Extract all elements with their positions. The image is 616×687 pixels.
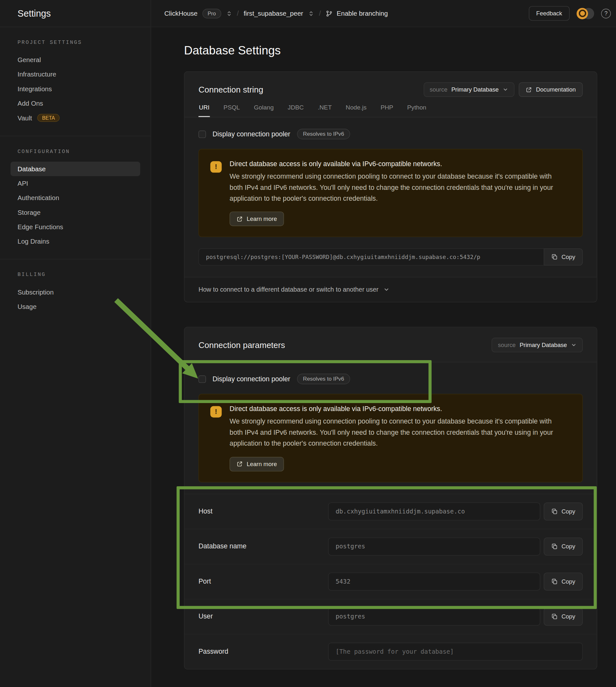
breadcrumb-separator: / (319, 9, 321, 17)
org-name[interactable]: ClickHouse (164, 9, 198, 17)
tab-python[interactable]: Python (406, 104, 426, 117)
org-avatar-icon (577, 8, 588, 19)
learn-more-button[interactable]: Learn more (229, 457, 284, 471)
connect-help-label: How to connect to a different database o… (198, 286, 378, 293)
connection-string-body: Display connection pooler Resolves to IP… (184, 117, 597, 277)
section-configuration: CONFIGURATION Database API Authenticatio… (0, 136, 151, 259)
connection-uri-input[interactable] (198, 248, 544, 265)
topbar-right: Feedback ? (529, 6, 611, 21)
pooler-row: Display connection pooler Resolves to IP… (198, 129, 583, 139)
copy-uri-button[interactable]: Copy (544, 248, 583, 265)
password-label: Password (198, 648, 328, 656)
connect-help-toggle[interactable]: How to connect to a different database o… (198, 286, 389, 293)
sidebar-item-vault[interactable]: Vault BETA (10, 110, 140, 126)
copy-database-name-button[interactable]: Copy (544, 537, 583, 555)
section-label-project-settings: PROJECT SETTINGS (10, 36, 140, 52)
copy-user-button[interactable]: Copy (544, 607, 583, 625)
connection-string-footer: How to connect to a different database o… (184, 277, 597, 302)
database-name-input[interactable] (328, 537, 541, 555)
sidebar-item-database[interactable]: Database (10, 162, 140, 176)
enable-branching-button[interactable]: Enable branching (326, 9, 388, 17)
sidebar-item-integrations[interactable]: Integrations (10, 82, 140, 96)
section-project-settings: PROJECT SETTINGS General Infrastructure … (0, 27, 151, 136)
sidebar-item-log-drains[interactable]: Log Drains (10, 234, 140, 248)
copy-port-button[interactable]: Copy (544, 572, 583, 590)
copy-icon (551, 578, 558, 585)
section-label-billing: BILLING (10, 268, 140, 285)
port-row: Port Copy (184, 564, 597, 599)
source-select[interactable]: source Primary Database (423, 82, 514, 97)
port-input[interactable] (328, 572, 541, 590)
chevron-down-icon (383, 287, 389, 293)
host-row: Host Copy (184, 494, 597, 529)
sidebar-item-infrastructure[interactable]: Infrastructure (10, 67, 140, 81)
sidebar-item-subscription[interactable]: Subscription (10, 285, 140, 299)
sidebar-item-edge-functions[interactable]: Edge Functions (10, 220, 140, 234)
avatar[interactable] (577, 8, 594, 19)
user-input[interactable] (328, 607, 541, 625)
external-link-icon (526, 86, 532, 92)
source-select-label: source (498, 342, 515, 349)
sidebar-item-add-ons[interactable]: Add Ons (10, 96, 140, 110)
sidebar-item-authentication[interactable]: Authentication (10, 191, 140, 205)
sidebar-item-general[interactable]: General (10, 52, 140, 67)
password-input[interactable] (328, 643, 583, 660)
tab-php[interactable]: PHP (380, 104, 394, 117)
connection-parameters-body: Display connection pooler Resolves to IP… (184, 362, 597, 494)
sidebar-item-api[interactable]: API (10, 176, 140, 191)
warning-content: Direct database access is only available… (229, 405, 563, 471)
password-row: Password (184, 634, 597, 669)
tab-dotnet[interactable]: .NET (317, 104, 332, 117)
tab-uri[interactable]: URI (198, 104, 210, 117)
copy-label: Copy (562, 613, 575, 620)
sidebar-item-storage[interactable]: Storage (10, 205, 140, 219)
learn-more-label: Learn more (246, 216, 277, 222)
connection-string-actions: source Primary Database Documentation (423, 82, 583, 97)
app-window: Settings PROJECT SETTINGS General Infras… (0, 0, 616, 687)
connection-uri-row: Copy (198, 248, 583, 265)
warning-title: Direct database access is only available… (229, 405, 563, 413)
sidebar-item-usage[interactable]: Usage (10, 299, 140, 314)
ipv6-badge: Resolves to IPv6 (297, 374, 350, 384)
pooler-label: Display connection pooler (213, 130, 290, 138)
feedback-button[interactable]: Feedback (529, 6, 570, 21)
chevron-down-icon (503, 87, 508, 92)
sidebar-item-vault-label: Vault (18, 114, 32, 121)
ipv6-warning-panel: ! Direct database access is only availab… (198, 394, 583, 483)
warning-body: We strongly recommend using connection p… (229, 171, 563, 204)
connection-parameters-title: Connection parameters (198, 340, 285, 350)
source-select[interactable]: source Primary Database (492, 338, 583, 352)
documentation-button[interactable]: Documentation (519, 82, 583, 97)
sidebar-nav: PROJECT SETTINGS General Infrastructure … (0, 27, 151, 324)
sidebar-title: Settings (18, 8, 51, 19)
source-select-label: source (430, 86, 447, 93)
copy-icon (551, 543, 558, 550)
plan-badge: Pro (202, 9, 221, 18)
org-selector-icon[interactable] (226, 10, 232, 16)
display-connection-pooler-checkbox[interactable] (198, 376, 206, 383)
copy-label: Copy (562, 254, 575, 261)
page-title: Database Settings (184, 44, 597, 57)
project-selector-icon[interactable] (308, 10, 314, 16)
tab-jdbc[interactable]: JDBC (287, 104, 304, 117)
help-icon[interactable]: ? (601, 9, 611, 18)
tab-golang[interactable]: Golang (254, 104, 274, 117)
external-link-icon (237, 216, 243, 222)
page-content: Database Settings Connection string sour… (151, 27, 616, 687)
tab-psql[interactable]: PSQL (223, 104, 240, 117)
host-input[interactable] (328, 502, 541, 520)
external-link-icon (237, 461, 243, 467)
copy-host-button[interactable]: Copy (544, 502, 583, 520)
connection-parameters-header: Connection parameters source Primary Dat… (184, 328, 597, 362)
learn-more-button[interactable]: Learn more (229, 212, 284, 226)
port-label: Port (198, 577, 328, 585)
breadcrumb-separator: / (237, 9, 239, 17)
connection-parameters-card: Connection parameters source Primary Dat… (184, 327, 597, 669)
ipv6-badge: Resolves to IPv6 (297, 129, 350, 139)
enable-branching-label: Enable branching (337, 9, 388, 17)
tab-nodejs[interactable]: Node.js (346, 104, 367, 117)
connection-string-header: Connection string source Primary Databas… (184, 72, 597, 117)
host-label: Host (198, 507, 328, 515)
display-connection-pooler-checkbox[interactable] (198, 130, 206, 138)
project-name[interactable]: first_supabase_peer (244, 9, 303, 17)
